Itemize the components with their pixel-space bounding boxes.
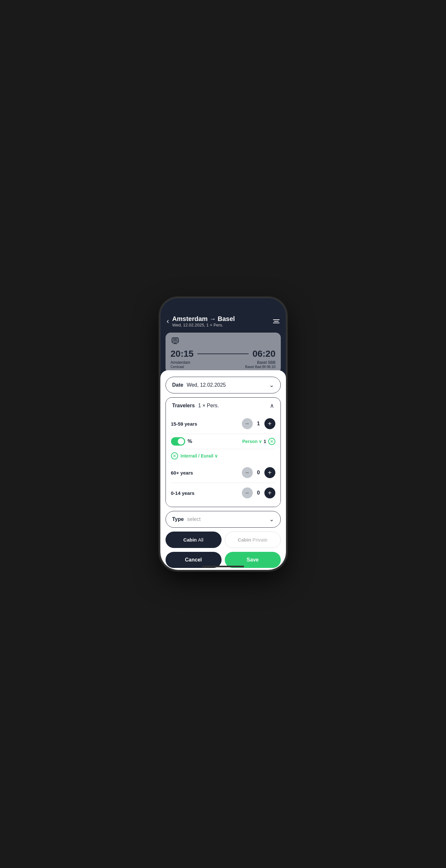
person-label: Person (242, 439, 257, 444)
discount-label: % (188, 438, 192, 444)
senior-age-label: 60+ years (171, 470, 193, 475)
senior-plus-button[interactable]: + (264, 467, 275, 478)
cabin-all-label: All (198, 537, 204, 542)
train-card: 20:15 06:20 Amsterdam Centraal Basel SBB… (166, 333, 281, 373)
travelers-value: 1 × Pers. (198, 403, 219, 408)
phone-notch (199, 298, 247, 308)
person-count: 1 (264, 439, 266, 444)
travelers-content: 15-59 years − 1 + % (166, 414, 280, 507)
toggle-left: % (171, 437, 192, 445)
type-value: select (187, 517, 201, 522)
date-dropdown[interactable]: Date Wed, 12.02.2025 ⌄ (166, 377, 281, 394)
route-title: Amsterdam → Basel (172, 315, 235, 322)
child-minus-button[interactable]: − (242, 488, 253, 498)
toggle-right: Person ∨ 1 ✕ (242, 438, 275, 445)
interrail-select[interactable]: Interrail / Eurail ∨ (181, 453, 218, 459)
svg-rect-0 (172, 338, 178, 343)
filter-line-3 (273, 322, 279, 323)
discount-row: % Person ∨ 1 ✕ (171, 434, 275, 449)
arrival-time: 06:20 (252, 349, 276, 359)
cabin-private-button[interactable]: Cabin Private (225, 532, 281, 548)
back-button[interactable]: ‹ (167, 317, 169, 326)
departure-station: Amsterdam Centraal (171, 360, 190, 369)
interrail-remove-button[interactable]: ✕ (171, 452, 178, 459)
filter-line-2 (274, 321, 278, 322)
train-icon (171, 337, 276, 347)
header-left: ‹ Amsterdam → Basel Wed, 12.02.2025, 1 ×… (167, 315, 235, 328)
senior-counter: − 0 + (242, 467, 275, 478)
date-dropdown-content: Date Wed, 12.02.2025 (172, 382, 226, 388)
phone-frame: ‹ Amsterdam → Basel Wed, 12.02.2025, 1 ×… (160, 298, 286, 570)
header-title: Amsterdam → Basel Wed, 12.02.2025, 1 × P… (172, 315, 235, 328)
age-row-adult: 15-59 years − 1 + (171, 414, 275, 434)
child-count: 0 (256, 490, 261, 496)
cabin-row: Cabin All Cabin Private (166, 532, 281, 548)
person-select[interactable]: Person ∨ (242, 439, 262, 444)
travelers-section: Travelers 1 × Pers. ∧ 15-59 years − 1 + (166, 397, 281, 507)
home-indicator (202, 566, 244, 567)
adult-count: 1 (256, 421, 261, 427)
type-select-dropdown[interactable]: Type select ⌄ (166, 511, 281, 528)
travelers-header-content: Travelers 1 × Pers. (172, 403, 219, 409)
child-age-label: 0-14 years (171, 490, 195, 496)
date-value: Wed, 12.02.2025 (187, 382, 226, 388)
travelers-label: Travelers (172, 403, 195, 408)
interrail-text: Interrail / Eurail (181, 453, 213, 459)
person-close-button[interactable]: ✕ (268, 438, 275, 445)
age-row-senior: 60+ years − 0 + (171, 463, 275, 483)
cabin-all-button[interactable]: Cabin All (166, 532, 221, 548)
child-counter: − 0 + (242, 488, 275, 498)
adult-counter: − 1 + (242, 418, 275, 429)
type-select-content: Type select (172, 517, 201, 522)
child-plus-button[interactable]: + (264, 488, 275, 498)
type-label: Type (172, 517, 184, 522)
adult-age-label: 15-59 years (171, 421, 198, 427)
travelers-header[interactable]: Travelers 1 × Pers. ∧ (166, 398, 280, 414)
phone-screen: ‹ Amsterdam → Basel Wed, 12.02.2025, 1 ×… (160, 298, 286, 570)
filter-icon[interactable] (273, 319, 279, 323)
person-chevron: ∨ (259, 439, 262, 444)
travelers-chevron: ∧ (270, 402, 274, 409)
departure-time: 20:15 (171, 349, 194, 359)
route-subtitle: Wed, 12.02.2025, 1 × Pers. (172, 322, 235, 328)
app-header: ‹ Amsterdam → Basel Wed, 12.02.2025, 1 ×… (160, 312, 286, 333)
svg-rect-2 (176, 339, 177, 340)
interrail-chevron: ∨ (214, 453, 218, 459)
cabin-all-prefix: Cabin (183, 537, 197, 542)
senior-minus-button[interactable]: − (242, 467, 253, 478)
filter-line-1 (273, 319, 279, 320)
adult-minus-button[interactable]: − (242, 418, 253, 429)
interrail-row: ✕ Interrail / Eurail ∨ (171, 449, 275, 463)
adult-plus-button[interactable]: + (264, 418, 275, 429)
date-chevron: ⌄ (269, 381, 274, 389)
train-stations: Amsterdam Centraal Basel SBB Basel Bad B… (171, 360, 276, 369)
age-row-child: 0-14 years − 0 + (171, 483, 275, 503)
train-route-line (198, 353, 248, 354)
train-times: 20:15 06:20 (171, 349, 276, 359)
type-chevron: ⌄ (269, 516, 274, 523)
discount-toggle[interactable] (171, 437, 185, 445)
svg-rect-1 (173, 339, 175, 340)
bottom-sheet: Date Wed, 12.02.2025 ⌄ Travelers 1 × Per… (160, 370, 286, 570)
senior-count: 0 (256, 470, 261, 475)
cabin-private-label: Private (252, 537, 268, 542)
date-label: Date (172, 382, 183, 388)
cabin-private-prefix: Cabin (238, 537, 251, 542)
arrival-station: Basel SBB Basel Bad Bf 06:10 (245, 360, 275, 369)
